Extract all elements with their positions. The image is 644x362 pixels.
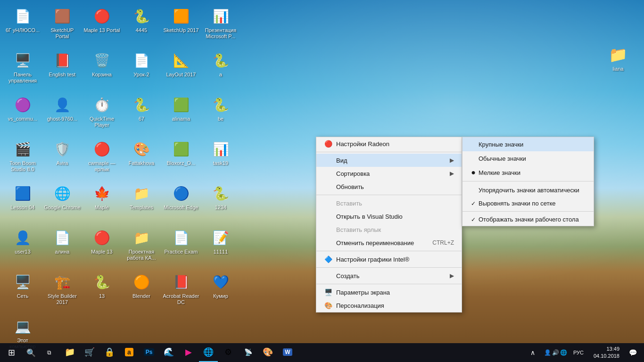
submenu-item-auto-arrange[interactable]: · Упорядочить значки автоматически [462,183,594,197]
desktop-icon-style-builder[interactable]: 🏗️Style Builder 2017 [43,270,81,312]
desktop-icon-alinama[interactable]: 🟩alinama [162,92,200,135]
desktop-icon-bloxorz[interactable]: 🟩Bloxorz_O... [162,137,200,179]
submenu-item-small[interactable]: ● Мелкие значки [462,165,594,180]
icon-image: 👤 [13,228,32,247]
desktop-icon-sketchup2017[interactable]: 🟧SketchUp 2017 [162,4,200,46]
taskbar-media[interactable]: ▶ [179,343,198,362]
menu-item-text: Обычные значки [479,155,586,162]
taskbar-edge[interactable]: 🌊 [159,343,178,362]
submenu-item-large[interactable]: · Крупные значки [462,137,594,151]
tray-expand[interactable]: ∧ [523,343,542,362]
taskbar-amazon[interactable]: a [120,343,139,362]
desktop-icon-alina[interactable]: 📄алина [43,225,81,268]
desktop-icon-be[interactable]: 🐍be [202,92,239,135]
desktop-icon-layout2017[interactable]: 📐LayOut 2017 [162,48,200,90]
notification-button[interactable]: 💬 [625,343,640,362]
desktop-icon-67[interactable]: 🐍67 [123,92,160,135]
desktop-icon-cwmaple[interactable]: 🔴cwmaple — ярлык [83,137,121,179]
icon-label: Fattakhova [129,160,154,166]
desktop-icon-urok2[interactable]: 📄Урок-2 [123,48,160,90]
desktop-icon-task19[interactable]: 📊task19 [202,137,239,179]
desktop-icon-1234[interactable]: 🐍1234 [202,181,239,223]
taskbar-photoshop[interactable]: Ps [140,343,158,362]
desktop-icon-maple[interactable]: 🍁Maple [83,181,121,223]
taskbar-lock[interactable]: 🔒 [100,343,119,362]
icon-label: Toon Boom Studio 8.0 [4,160,41,173]
tray-icon-3: 🌐 [560,349,567,356]
start-button[interactable]: ⊞ [0,343,23,362]
icon-label: task19 [213,160,228,166]
desktop-icon-quicktime[interactable]: ⏱️QuickTime Player [83,92,121,135]
desktop-icon-4445[interactable]: 🐍4445 [123,4,160,46]
desktop-icon-fattakhova[interactable]: 🎨Fattakhova [123,137,160,179]
menu-item-radeon[interactable]: 🔴 Настройки Radeon [316,137,462,150]
desktop-icon-ms-edge[interactable]: 🔵Microsoft Edge [162,181,200,223]
task-view-button[interactable]: ⧉ [40,343,58,362]
desktop-icon-lesson04[interactable]: 🟦Lesson 04 [4,181,41,223]
desktop-icon-user13[interactable]: 👤user13 [4,225,41,268]
taskbar: ⊞ 🔍 ⧉ 📁 🛒 🔒 a Ps [0,343,644,362]
menu-item-personalization[interactable]: 🎨 Персонализация [316,299,462,312]
taskbar-store[interactable]: 🛒 [80,343,99,362]
taskbar-settings[interactable]: ⚙ [219,343,238,362]
desktop-icon-sketchup[interactable]: 🟫SketchUP Portal [43,4,81,46]
menu-item-sort[interactable]: · Сортировка ▶ [316,167,462,180]
menu-item-vid[interactable]: · Вид ▶ [316,154,462,167]
desktop-icon-area: 📄6Г уНЛЮСО...🟫SketchUP Portal🔴Maple 13 P… [0,0,264,343]
icon-label: Панель управления [4,72,41,84]
desktop-icon-english-test[interactable]: 📕English test [43,48,81,90]
desktop-icon-presentation[interactable]: 📊Презентация Microsoft P... [202,4,239,46]
desktop-icon-13[interactable]: 🐍13 [83,270,121,312]
desktop-icon-maple13-2[interactable]: 🔴Maple 13 [83,225,121,268]
icon-image: 🏗️ [53,272,72,291]
desktop-icon-toonboom[interactable]: 🎬Toon Boom Studio 8.0 [4,137,41,179]
icon-image: 👤 [53,95,72,114]
submenu-item-show-icons[interactable]: ✓ Отображать значки рабочего стола [462,213,594,226]
menu-item-screen-params[interactable]: 🖥️ Параметры экрана [316,286,462,299]
language-selector[interactable]: РУС [569,343,588,362]
desktop-icon-maple13[interactable]: 🔴Maple 13 Portal [83,4,121,46]
menu-item-refresh[interactable]: · Обновить [316,180,462,193]
desktop-icon-a[interactable]: 🐍a [202,48,239,90]
taskbar-network-config[interactable]: 📡 [239,343,257,362]
desktop-icon-6g-unluso[interactable]: 📄6Г уНЛЮСО... [4,4,41,46]
menu-item-paste: · Вставить [316,197,462,210]
desktop-icon-ghost[interactable]: 👤ghost-9760... [43,92,81,135]
desktop-icon-proekt[interactable]: 📁Проектная работа КА... [123,225,160,268]
personalization-icon: 🎨 [324,302,332,309]
submenu-item-align-grid[interactable]: ✓ Выровнять значки по сетке [462,197,594,210]
desktop-icon-templates[interactable]: 📁Templates [123,181,160,223]
desktop-icon-panel[interactable]: 🖥️Панель управления [4,48,41,90]
menu-item-create[interactable]: · Создать ▶ [316,269,462,282]
desktop-icon-kumir[interactable]: 💙Кумир [202,270,239,312]
icon-image: 🐍 [211,184,230,203]
icon-label: Avira [57,160,68,166]
search-button[interactable]: 🔍 [23,343,40,362]
menu-item-intel[interactable]: 🔷 Настройки графики Intel® [316,253,462,266]
desktop-icon-vs-commu[interactable]: 🟣vs_commu... [4,92,41,135]
clock[interactable]: 13:49 04.10.2018 [590,346,623,360]
icon-image: 📊 [211,140,230,158]
icon-image: 🔴 [92,7,111,25]
context-menu: 🔴 Настройки Radeon · Вид ▶ · Сортировка … [316,137,462,313]
desktop-icon-korzina[interactable]: 🗑️Корзина [83,48,121,90]
paste-link-spacer: · [324,226,332,233]
menu-item-undo-rename[interactable]: · Отменить переименование CTRL+Z [316,236,462,249]
desktop-icon-avira[interactable]: 🛡️Avira [43,137,81,179]
taskbar-chrome[interactable]: 🌐 [199,343,218,362]
paint-icon: 🎨 [263,347,273,357]
desktop-icon-google-chrome[interactable]: 🌐Google Chrome [43,181,81,223]
desktop-icon-set[interactable]: 🖥️Сеть [4,270,41,312]
icon-label: Style Builder 2017 [44,293,81,305]
desktop-icon-liana[interactable]: 📁 liana [599,42,637,85]
taskbar-paint[interactable]: 🎨 [258,343,277,362]
desktop-icon-blender[interactable]: 🟠Blender [123,270,160,312]
desktop-icon-11111[interactable]: 📝11111 [202,225,239,268]
menu-item-text: Обновить [336,183,454,190]
submenu-item-normal[interactable]: · Обычные значки [462,151,594,165]
desktop-icon-practice-exam[interactable]: 📄Practice Exam [162,225,200,268]
taskbar-word[interactable]: W [278,343,297,362]
taskbar-explorer[interactable]: 📁 [60,343,79,362]
menu-item-open-vs[interactable]: · Открыть в Visual Studio [316,210,462,223]
desktop-icon-acrobat[interactable]: 📕Acrobat Reader DC [162,270,200,312]
